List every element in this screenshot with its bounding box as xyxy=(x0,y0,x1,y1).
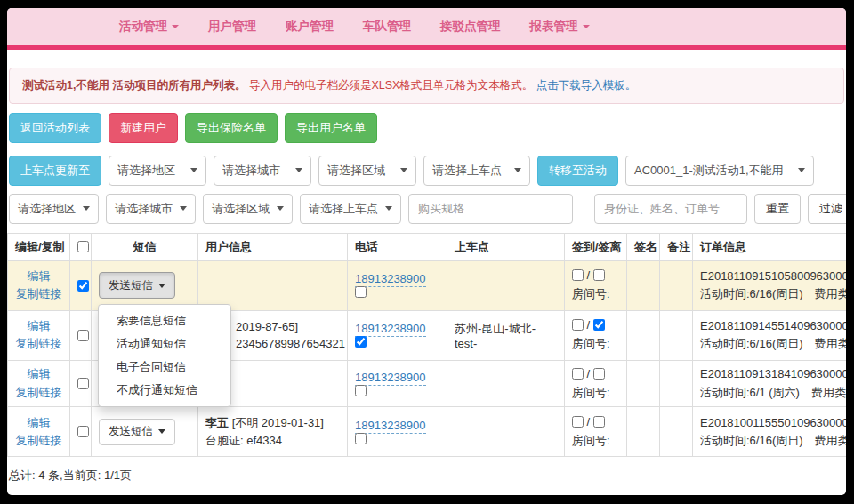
pickup-point-select[interactable]: 请选择上车点 xyxy=(423,156,530,186)
user-info-cell: 李五 [不明 2019-01-31]台胞证: ef4334 xyxy=(198,407,348,457)
signature-cell xyxy=(627,260,660,310)
edit-link[interactable]: 编辑 xyxy=(28,319,51,332)
filter-button[interactable]: 过滤 xyxy=(808,194,846,224)
select-all-checkbox[interactable] xyxy=(77,241,89,252)
row-checkbox[interactable] xyxy=(77,426,89,437)
district-filter-select[interactable]: 请选择区域 xyxy=(203,194,293,224)
sign-out-checkbox[interactable] xyxy=(593,416,605,428)
edit-link[interactable]: 编辑 xyxy=(28,269,51,283)
phone-link[interactable]: 18913238900 xyxy=(355,371,426,386)
city-select[interactable]: 请选择城市 xyxy=(214,156,311,186)
order-info-cell: E2018110913184109630000031活动时间:6/1 (周六) … xyxy=(693,360,847,407)
col-header-sms: 短信 xyxy=(92,233,198,260)
sms-menu-item-cancellation-notice[interactable]: 不成行通知短信 xyxy=(99,379,230,402)
remark-cell xyxy=(660,260,693,310)
signature-cell xyxy=(627,360,660,407)
table-row: 编辑复制链接 发送短信 18913238900 / 房间号: E20181109… xyxy=(8,260,847,310)
nav-item-shuttle-point-mgmt[interactable]: 接驳点管理 xyxy=(440,19,501,35)
copy-link[interactable]: 复制链接 xyxy=(16,386,62,399)
region-select[interactable]: 请选择地区 xyxy=(109,156,206,186)
sign-in-checkbox[interactable] xyxy=(572,416,584,428)
chevron-down-icon xyxy=(385,206,392,211)
col-header-order-info: 订单信息 xyxy=(693,233,847,260)
transfer-to-activity-button[interactable]: 转移至活动 xyxy=(537,156,618,186)
nav-item-activity-mgmt[interactable]: 活动管理 xyxy=(119,19,179,35)
chevron-down-icon xyxy=(180,206,187,211)
sms-menu-item-request-info[interactable]: 索要信息短信 xyxy=(99,309,230,332)
send-sms-button[interactable]: 发送短信 xyxy=(99,272,175,299)
chevron-down-icon xyxy=(158,284,165,288)
sign-in-checkbox[interactable] xyxy=(572,269,584,281)
pickup-point-cell: 苏州-昆山-城北-test- xyxy=(447,310,565,360)
sms-menu-item-activity-notice[interactable]: 活动通知短信 xyxy=(99,332,230,356)
chevron-down-icon xyxy=(798,168,805,172)
order-info-cell: E2018110915105800963000025活动时间:6/16(周日) … xyxy=(693,260,847,310)
chevron-down-icon xyxy=(158,429,165,434)
col-header-signature: 签名 xyxy=(627,233,660,260)
sms-menu-item-e-contract[interactable]: 电子合同短信 xyxy=(99,356,230,379)
export-user-list-button[interactable]: 导出用户名单 xyxy=(285,113,377,143)
sign-out-checkbox[interactable] xyxy=(593,368,605,380)
search-filter-row: 请选择地区 请选择城市 请选择区域 请选择上车点 重置 过滤 xyxy=(9,194,844,224)
new-user-button[interactable]: 新建用户 xyxy=(109,113,178,143)
chevron-down-icon xyxy=(190,168,197,172)
back-to-activity-list-button[interactable]: 返回活动列表 xyxy=(9,113,101,143)
region-filter-select[interactable]: 请选择地区 xyxy=(9,194,99,224)
phone-link[interactable]: 18913238900 xyxy=(355,272,426,287)
chevron-down-icon xyxy=(172,25,179,28)
alert-warning-text: 导入用户的电子档必须是XLSX格式且单元格为文本格式。 xyxy=(249,79,533,92)
app-window: 活动管理 用户管理 账户管理 车队管理 接驳点管理 报表管理 测试活动1,不能用… xyxy=(7,8,846,495)
row-checkbox[interactable] xyxy=(77,378,89,389)
search-input[interactable] xyxy=(594,194,747,224)
user-info-cell xyxy=(198,260,348,310)
phone-checkbox[interactable] xyxy=(355,433,367,444)
send-sms-button[interactable]: 发送短信 xyxy=(99,419,175,445)
pickup-point-filter-select[interactable]: 请选择上车点 xyxy=(300,194,401,224)
phone-checkbox[interactable] xyxy=(355,286,367,298)
update-pickup-point-button[interactable]: 上车点更新至 xyxy=(9,156,101,186)
nav-item-user-mgmt[interactable]: 用户管理 xyxy=(208,19,256,35)
copy-link[interactable]: 复制链接 xyxy=(16,287,62,300)
phone-checkbox[interactable] xyxy=(355,385,367,396)
room-number-label: 房间号: xyxy=(572,337,610,350)
sign-out-checkbox[interactable] xyxy=(593,269,605,281)
reset-button[interactable]: 重置 xyxy=(754,194,801,224)
remark-cell xyxy=(660,360,693,407)
phone-link[interactable]: 18913238900 xyxy=(355,322,426,337)
order-info-cell: E201811091455140963000019活动时间:6/16(周日) 费… xyxy=(693,310,847,360)
copy-link[interactable]: 复制链接 xyxy=(16,337,62,350)
city-filter-select[interactable]: 请选择城市 xyxy=(106,194,196,224)
col-header-remark: 备注 xyxy=(660,233,693,260)
pagination-summary: 总计: 4 条,当前页: 1/1页 xyxy=(9,468,844,484)
phone-link[interactable]: 18913238900 xyxy=(355,419,426,434)
signature-cell xyxy=(627,407,660,457)
table-row: 编辑复制链接 发送短信 李五 [不明 2019-01-31]台胞证: ef433… xyxy=(8,407,847,457)
chevron-down-icon xyxy=(400,168,407,172)
district-select[interactable]: 请选择区域 xyxy=(318,156,416,186)
edit-link[interactable]: 编辑 xyxy=(28,416,51,429)
download-template-link[interactable]: 点击下载导入模板。 xyxy=(536,79,637,92)
sign-in-checkbox[interactable] xyxy=(572,319,584,331)
chevron-down-icon xyxy=(583,25,590,28)
nav-item-fleet-mgmt[interactable]: 车队管理 xyxy=(363,19,411,35)
chevron-down-icon xyxy=(83,206,90,211)
row-checkbox[interactable] xyxy=(77,280,89,292)
sms-dropdown-menu: 索要信息短信 活动通知短信 电子合同短信 不成行通知短信 xyxy=(98,304,231,407)
col-header-edit-copy: 编辑/复制 xyxy=(8,233,70,260)
sign-out-checkbox[interactable] xyxy=(593,319,605,331)
export-insurance-list-button[interactable]: 导出保险名单 xyxy=(185,113,278,143)
col-header-select-all xyxy=(70,233,92,260)
order-info-cell: E2018100115550109630000003活动时间:6/16(周日) … xyxy=(693,407,847,457)
edit-link[interactable]: 编辑 xyxy=(28,367,51,380)
purchase-spec-input[interactable] xyxy=(408,194,573,224)
page-alert: 测试活动1,不能用 活动项目的所有用户列表。 导入用户的电子档必须是XLSX格式… xyxy=(9,68,844,104)
activity-select[interactable]: AC0001_1-测试活动1,不能用 xyxy=(625,156,814,186)
copy-link[interactable]: 复制链接 xyxy=(16,434,62,447)
nav-item-account-mgmt[interactable]: 账户管理 xyxy=(286,19,334,35)
col-header-phone: 电话 xyxy=(348,233,447,260)
sign-in-checkbox[interactable] xyxy=(572,368,584,380)
phone-checkbox[interactable] xyxy=(355,336,367,348)
pickup-update-filter-row: 上车点更新至 请选择地区 请选择城市 请选择区域 请选择上车点 转移至活动 AC… xyxy=(9,156,844,186)
row-checkbox[interactable] xyxy=(77,330,89,341)
nav-item-report-mgmt[interactable]: 报表管理 xyxy=(530,19,590,35)
